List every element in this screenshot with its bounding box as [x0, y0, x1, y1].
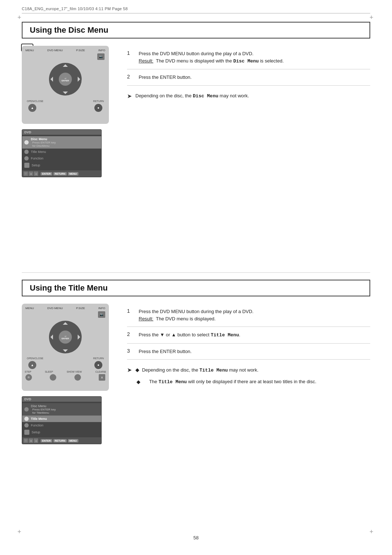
title-return-label: RETURN	[93, 357, 104, 360]
disc-item-label: Disc Menu	[31, 137, 56, 141]
footer-icon1: □	[24, 171, 28, 176]
footer-icon3: ◎	[34, 171, 38, 176]
dpad-circle: ↩ ENTER	[49, 63, 82, 96]
return-btn: ●	[94, 104, 102, 112]
section-divider	[22, 272, 370, 273]
show-view-label: SHOW VIEW	[67, 370, 82, 373]
title-step2-number: 2	[127, 331, 134, 337]
title-menu-item-title: Title Menu	[22, 416, 101, 422]
title-note-arrow: ➤	[127, 366, 132, 374]
title-footer-icon1: □	[24, 438, 28, 443]
title-note2-bullet: ◆	[136, 378, 140, 386]
title-remote-bottom-labels: OPEN/CLOSE RETURN	[22, 355, 109, 361]
title-dvd-footer: □ ⊕ ◎ ENTER RETURN MENU	[22, 437, 101, 444]
title-dpad-up	[63, 322, 68, 325]
title-step3-text: Press the ENTER button.	[139, 348, 192, 355]
function-item-label: Function	[31, 157, 44, 160]
title-return-btn: ●	[94, 361, 102, 369]
title-step3: 3 Press the ENTER button.	[127, 344, 370, 360]
title-note1-bullet: ◆	[135, 367, 139, 373]
sleep-label: SLEEP	[45, 370, 53, 373]
title-dpad-enter: ↩ ENTER	[59, 331, 72, 344]
disc-note-text: Depending on the disc, the Disc Menu may…	[135, 92, 249, 100]
page-number: 58	[193, 535, 199, 540]
disc-result-label: Result:	[139, 58, 153, 64]
remote-control-title: MENU DVD MENU P.SIZE INFO 📷	[22, 304, 109, 391]
dpad-left	[50, 77, 53, 82]
clear-btn: X	[99, 374, 105, 381]
title-note1: ➤ ◆ Depending on the disc, the Title Men…	[127, 366, 370, 374]
title-dvd-items: Disc Menu Press ENTER keyfor TitleMenu T…	[22, 402, 101, 437]
disc-item-content: Disc Menu Press ENTER keyfor DiscMenu	[31, 137, 56, 147]
disc-step2: 2 Press the ENTER button.	[127, 69, 370, 86]
disc-menu-body: MENU DVD MENU P.SIZE INFO 📷	[22, 46, 370, 177]
title-dvdmenu-label: DVD MENU	[47, 307, 63, 310]
disc-left-col: MENU DVD MENU P.SIZE INFO 📷	[22, 46, 116, 177]
title-function-item-label: Function	[31, 424, 44, 427]
title-psize-label: P.SIZE	[76, 307, 85, 310]
disc-step2-text: Press the ENTER button.	[139, 74, 192, 81]
title-title-item-label: Title Menu	[31, 417, 47, 421]
title-info-icon-box: 📷	[98, 311, 105, 318]
disc-item-desc: Press ENTER keyfor DiscMenu	[31, 141, 56, 147]
disc-item-icon	[24, 140, 29, 145]
remote-dpad: ↩ ENTER	[49, 63, 82, 96]
title-note-area: ➤ ◆ Depending on the disc, the Title Men…	[127, 366, 370, 386]
title-menu-item-function: Function	[22, 422, 101, 429]
title-menu-title: Using the Title Menu	[22, 280, 370, 296]
title-note2-text: The Title Menu will only be displayed if…	[149, 378, 317, 386]
title-footer-enter-btn: ENTER	[41, 439, 52, 442]
title-menu-body: MENU DVD MENU P.SIZE INFO 📷	[22, 304, 370, 444]
psize-label: P.SIZE	[76, 49, 85, 52]
title-dpad-circle: ↩ ENTER	[49, 321, 82, 353]
remote-bottom-btns: ▲ ●	[22, 104, 109, 112]
remote-top-icons-row: 📷	[22, 53, 109, 60]
dpad-area: ↩ ENTER	[22, 63, 109, 96]
title-footer-return-btn: RETURN	[53, 439, 67, 442]
disc-result-bold: Disc Menu	[233, 58, 259, 64]
title-dpad-right	[78, 335, 80, 340]
title-right-col: 1 Press the DVD MENU button during the p…	[127, 304, 370, 444]
disc-right-col: 1 Press the DVD MENU button during the p…	[127, 46, 370, 177]
title-remote-bottom-btns: ▲ ●	[22, 361, 109, 369]
title-title-item-icon	[24, 417, 29, 421]
dpad-up	[63, 64, 68, 67]
title-step2-text: Press the ▼ or ▲ button to select Title …	[139, 331, 240, 339]
disc-result-text: The DVD menu is displayed with the	[156, 58, 233, 64]
title-result-label: Result:	[139, 316, 153, 321]
setup-item-icon	[24, 163, 29, 168]
title-footer-menu-btn: MENU	[68, 439, 78, 442]
title-note1-content: ◆ Depending on the disc, the Title Menu …	[135, 366, 258, 374]
title-disc-item-desc: Press ENTER keyfor TitleMenu	[31, 408, 56, 414]
disc-dvd-items: Disc Menu Press ENTER keyfor DiscMenu Ti…	[22, 135, 101, 170]
title-menu-item-disc: Disc Menu Press ENTER keyfor TitleMenu	[22, 403, 101, 416]
title-step1: 1 Press the DVD MENU button during the p…	[127, 304, 370, 327]
page-header: C18A_ENG_europe_17"_film 10/10/03 4:11 P…	[22, 7, 128, 11]
info-icon-box: 📷	[97, 53, 105, 60]
title-step-label-row: STEP SLEEP SHOW VIEW CLEAR⊞	[22, 370, 109, 373]
disc-dvd-header: DVD	[22, 130, 101, 135]
remote-bottom-labels: OPEN/CLOSE RETURN	[22, 98, 109, 104]
title-disc-item-content: Disc Menu Press ENTER keyfor TitleMenu	[31, 404, 56, 414]
disc-instruction-list: 1 Press the DVD MENU button during the p…	[127, 46, 370, 86]
disc-menu-section: Using the Disc Menu MENU DVD MENU P.SIZE…	[22, 22, 370, 177]
title-info-label: INFO	[98, 307, 105, 310]
open-close-btn: ▲	[28, 104, 36, 112]
disc-result-end: is selected.	[259, 58, 284, 64]
footer-return-btn: RETURN	[53, 172, 67, 175]
show-btn	[74, 374, 81, 381]
disc-step1-text: Press the DVD MENU button during the pla…	[139, 50, 284, 65]
disc-menu-item-setup: Setup	[22, 162, 101, 169]
step-btn: ⊞	[25, 374, 32, 381]
title-menu-section: Using the Title Menu MENU DVD MENU P.SIZ…	[22, 280, 370, 444]
title-result-text: The DVD menu is displayed.	[156, 316, 216, 321]
disc-note-arrow: ➤	[127, 92, 132, 101]
disc-step1: 1 Press the DVD MENU button during the p…	[127, 46, 370, 69]
setup-item-label: Setup	[32, 163, 40, 167]
title-item-icon	[24, 150, 29, 154]
title-step1-main: Press the DVD MENU button during the pla…	[139, 309, 253, 314]
title-menu-label: MENU	[25, 307, 34, 310]
disc-menu-item-function: Function	[22, 155, 101, 162]
title-step2: 2 Press the ▼ or ▲ button to select Titl…	[127, 327, 370, 344]
title-dpad-left	[50, 335, 53, 340]
